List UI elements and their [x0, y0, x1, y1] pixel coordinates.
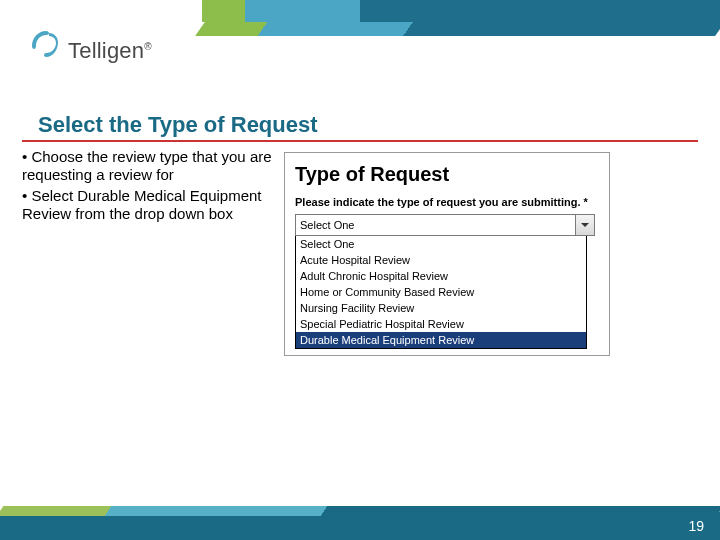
chevron-down-icon[interactable]	[575, 215, 594, 235]
request-type-select[interactable]: Select One	[295, 214, 595, 236]
decor-bottom-bar	[0, 512, 720, 540]
option-select-one[interactable]: Select One	[296, 236, 586, 252]
page-number: 19	[688, 518, 704, 534]
slide-title: Select the Type of Request	[38, 112, 318, 138]
panel-heading: Type of Request	[295, 163, 599, 186]
option-special-pediatric[interactable]: Special Pediatric Hospital Review	[296, 316, 586, 332]
body-text: • Choose the review type that you are re…	[22, 148, 284, 225]
bullet-1: • Choose the review type that you are re…	[22, 148, 284, 185]
option-acute-hospital[interactable]: Acute Hospital Review	[296, 252, 586, 268]
option-adult-chronic[interactable]: Adult Chronic Hospital Review	[296, 268, 586, 284]
title-underline	[22, 140, 698, 142]
bullet-2: • Select Durable Medical Equipment Revie…	[22, 187, 284, 224]
option-durable-medical[interactable]: Durable Medical Equipment Review	[296, 332, 586, 348]
request-type-dropdown-list[interactable]: Select One Acute Hospital Review Adult C…	[295, 236, 587, 349]
field-label: Please indicate the type of request you …	[295, 196, 599, 208]
logo-text: Telligen®	[68, 38, 152, 64]
brand-logo: Telligen®	[28, 28, 152, 64]
logo-swirl-icon	[28, 28, 64, 64]
decor-top-bar-accent	[195, 22, 720, 36]
option-nursing-facility[interactable]: Nursing Facility Review	[296, 300, 586, 316]
screenshot-panel: Type of Request Please indicate the type…	[284, 152, 610, 356]
select-value: Select One	[300, 219, 354, 231]
option-home-community[interactable]: Home or Community Based Review	[296, 284, 586, 300]
